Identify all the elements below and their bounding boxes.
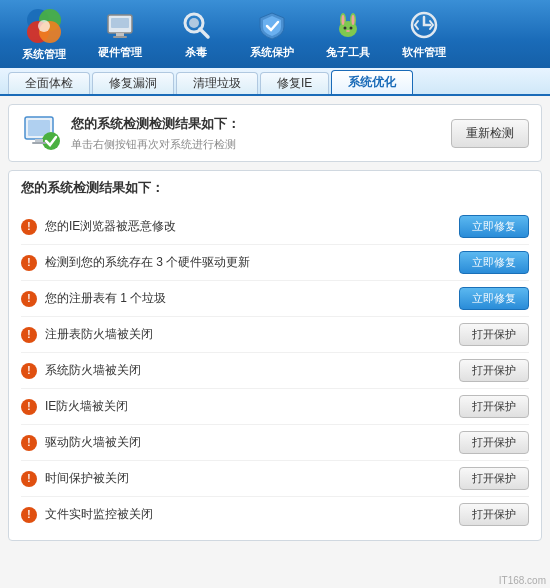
nav-item-hardware-label: 硬件管理 [98,45,142,60]
result-item: !注册表防火墙被关闭打开保护 [21,317,529,353]
svg-point-19 [346,30,350,32]
result-item-left: !系统防火墙被关闭 [21,362,141,379]
result-item-left: !驱动防火墙被关闭 [21,434,141,451]
top-nav: 系统管理 硬件管理 杀毒 [0,0,550,68]
result-item-text: 时间保护被关闭 [45,470,129,487]
result-item-text: 您的注册表有 1 个垃圾 [45,290,166,307]
warning-icon: ! [21,327,37,343]
nav-item-kill-label: 杀毒 [185,45,207,60]
results-list: !您的IE浏览器被恶意修改立即修复!检测到您的系统存在 3 个硬件驱动更新立即修… [21,209,529,532]
svg-point-16 [352,15,355,25]
warning-icon: ! [21,435,37,451]
warning-icon: ! [21,291,37,307]
protect-button[interactable]: 打开保护 [459,395,529,418]
rescan-button[interactable]: 重新检测 [451,119,529,148]
result-item: !时间保护被关闭打开保护 [21,461,529,497]
svg-rect-24 [35,139,43,142]
status-title: 您的系统检测检测结果如下： [71,115,240,133]
protect-button[interactable]: 打开保护 [459,431,529,454]
result-item: !驱动防火墙被关闭打开保护 [21,425,529,461]
watermark: IT168.com [499,575,546,586]
nav-logo[interactable]: 系统管理 [8,4,80,64]
svg-point-11 [189,18,199,28]
nav-item-protect[interactable]: 系统保护 [236,4,308,64]
result-item-left: !您的IE浏览器被恶意修改 [21,218,176,235]
status-subtitle: 单击右侧按钮再次对系统进行检测 [71,137,240,152]
result-item-left: !时间保护被关闭 [21,470,129,487]
warning-icon: ! [21,507,37,523]
nav-item-rabbit-label: 兔子工具 [326,45,370,60]
protect-icon [256,9,288,41]
tab-bar: 全面体检 修复漏洞 清理垃圾 修复IE 系统优化 [0,68,550,96]
warning-icon: ! [21,399,37,415]
result-item-left: !文件实时监控被关闭 [21,506,153,523]
result-item-text: 驱动防火墙被关闭 [45,434,141,451]
protect-button[interactable]: 打开保护 [459,359,529,382]
result-item-left: !检测到您的系统存在 3 个硬件驱动更新 [21,254,250,271]
svg-rect-25 [32,142,46,144]
nav-item-protect-label: 系统保护 [250,45,294,60]
tab-repair[interactable]: 修复漏洞 [92,72,174,94]
status-computer-icon [21,113,61,153]
kill-icon [180,9,212,41]
logo-icon [25,7,63,45]
result-item: !您的IE浏览器被恶意修改立即修复 [21,209,529,245]
warning-icon: ! [21,363,37,379]
nav-item-software[interactable]: 软件管理 [388,4,460,64]
svg-point-18 [350,26,353,29]
result-item-text: 检测到您的系统存在 3 个硬件驱动更新 [45,254,250,271]
hardware-icon [104,9,136,41]
status-card: 您的系统检测检测结果如下： 单击右侧按钮再次对系统进行检测 重新检测 [8,104,542,162]
svg-rect-7 [116,33,124,36]
svg-rect-6 [111,18,129,28]
svg-point-4 [38,20,50,32]
status-card-left: 您的系统检测检测结果如下： 单击右侧按钮再次对系统进行检测 [21,113,240,153]
status-text-block: 您的系统检测检测结果如下： 单击右侧按钮再次对系统进行检测 [71,115,240,152]
svg-line-10 [200,29,208,37]
result-item-text: 文件实时监控被关闭 [45,506,153,523]
tab-clean[interactable]: 清理垃圾 [176,72,258,94]
nav-logo-label: 系统管理 [22,47,66,62]
fix-button[interactable]: 立即修复 [459,287,529,310]
result-item: !您的注册表有 1 个垃圾立即修复 [21,281,529,317]
results-section: 您的系统检测结果如下： !您的IE浏览器被恶意修改立即修复!检测到您的系统存在 … [8,170,542,541]
result-item-left: !IE防火墙被关闭 [21,398,128,415]
result-item-text: 注册表防火墙被关闭 [45,326,153,343]
protect-button[interactable]: 打开保护 [459,467,529,490]
result-item: !检测到您的系统存在 3 个硬件驱动更新立即修复 [21,245,529,281]
nav-item-kill[interactable]: 杀毒 [160,4,232,64]
warning-icon: ! [21,219,37,235]
rabbit-icon [332,9,364,41]
nav-item-rabbit[interactable]: 兔子工具 [312,4,384,64]
result-item-text: IE防火墙被关闭 [45,398,128,415]
nav-item-hardware[interactable]: 硬件管理 [84,4,156,64]
svg-point-15 [342,15,345,25]
result-item-text: 系统防火墙被关闭 [45,362,141,379]
results-title: 您的系统检测结果如下： [21,179,529,201]
warning-icon: ! [21,255,37,271]
main-content: 您的系统检测检测结果如下： 单击右侧按钮再次对系统进行检测 重新检测 您的系统检… [0,96,550,588]
result-item: !系统防火墙被关闭打开保护 [21,353,529,389]
svg-point-17 [344,26,347,29]
tab-optimize[interactable]: 系统优化 [331,70,413,94]
svg-point-23 [42,132,60,150]
nav-item-software-label: 软件管理 [402,45,446,60]
svg-rect-8 [113,36,127,38]
tab-fixie[interactable]: 修复IE [260,72,329,94]
software-icon [408,9,440,41]
warning-icon: ! [21,471,37,487]
protect-button[interactable]: 打开保护 [459,323,529,346]
protect-button[interactable]: 打开保护 [459,503,529,526]
result-item: !文件实时监控被关闭打开保护 [21,497,529,532]
fix-button[interactable]: 立即修复 [459,251,529,274]
fix-button[interactable]: 立即修复 [459,215,529,238]
result-item: !IE防火墙被关闭打开保护 [21,389,529,425]
result-item-left: !注册表防火墙被关闭 [21,326,153,343]
result-item-text: 您的IE浏览器被恶意修改 [45,218,176,235]
result-item-left: !您的注册表有 1 个垃圾 [21,290,166,307]
tab-fullcheck[interactable]: 全面体检 [8,72,90,94]
